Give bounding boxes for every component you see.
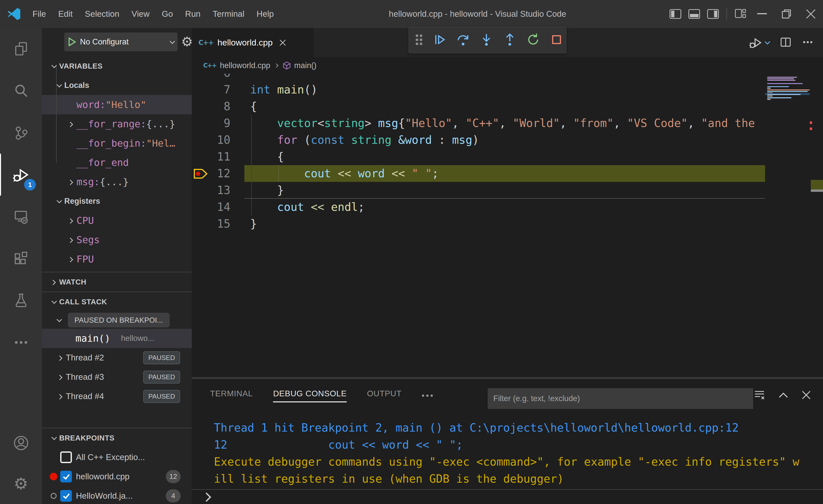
code-line-7[interactable]: 7int main() bbox=[192, 81, 765, 98]
step-into-button[interactable] bbox=[480, 33, 493, 47]
code-editor[interactable]: 67int main()8{9 vector<string> msg{"Hell… bbox=[192, 74, 765, 377]
menu-run[interactable]: Run bbox=[179, 0, 207, 28]
variable-row-Segs[interactable]: Segs bbox=[42, 230, 192, 249]
overview-ruler[interactable] bbox=[810, 74, 823, 377]
account-icon[interactable] bbox=[0, 423, 42, 463]
console-filter-input[interactable] bbox=[488, 388, 753, 409]
remote-explorer-icon[interactable] bbox=[0, 196, 42, 237]
variable-row-FPU[interactable]: FPU bbox=[42, 249, 192, 269]
code-line-10[interactable]: 10 for (const string &word : msg) bbox=[192, 132, 765, 148]
variable-row-msg[interactable]: msg: {...} bbox=[42, 172, 192, 191]
restore-button[interactable] bbox=[774, 0, 799, 28]
close-panel-icon[interactable] bbox=[802, 390, 811, 400]
callstack-row-0[interactable]: main()hellowo... bbox=[42, 329, 192, 348]
breakpoint-checkbox[interactable] bbox=[60, 490, 72, 502]
debug-settings-gear-icon[interactable]: ⚙ bbox=[181, 34, 192, 49]
variable-row-word[interactable]: word: "Hello" bbox=[42, 95, 192, 114]
variable-row-CPU[interactable]: CPU bbox=[42, 211, 192, 230]
cpp-file-icon: C++ bbox=[198, 39, 213, 46]
section-header-call-stack[interactable]: CALL STACK bbox=[42, 292, 192, 311]
code-line-15[interactable]: 15} bbox=[192, 215, 765, 232]
minimap-code-row bbox=[767, 99, 771, 100]
run-or-debug-button[interactable] bbox=[749, 36, 769, 49]
clear-console-icon[interactable] bbox=[754, 389, 765, 401]
search-icon[interactable] bbox=[0, 70, 42, 112]
callstack-session-row[interactable]: PAUSED ON BREAKPOI... bbox=[42, 311, 192, 329]
split-editor-icon[interactable] bbox=[780, 36, 792, 49]
variable-row-__for_end[interactable]: __for_end bbox=[42, 153, 192, 172]
toggle-sidebar-icon[interactable] bbox=[670, 9, 681, 19]
variable-row-__for_begin[interactable]: __for_begin: "Hel… bbox=[42, 134, 192, 153]
customize-layout-icon[interactable] bbox=[734, 8, 746, 20]
chevron-right-icon bbox=[57, 375, 62, 380]
more-views-icon[interactable] bbox=[0, 321, 42, 363]
code-line-13[interactable]: 13 } bbox=[192, 182, 765, 199]
minimap[interactable] bbox=[765, 74, 810, 377]
toggle-secondary-sidebar-icon[interactable] bbox=[707, 9, 719, 19]
code-line-14[interactable]: 14 cout << endl; bbox=[192, 199, 765, 215]
breakpoint-row-2[interactable]: HelloWorld.ja...4 bbox=[42, 486, 192, 504]
stop-button[interactable] bbox=[550, 33, 563, 47]
menu-help[interactable]: Help bbox=[251, 0, 280, 28]
minimap-code-row bbox=[767, 88, 771, 89]
code-line-12[interactable]: 12 cout << word << " "; bbox=[192, 165, 765, 182]
step-over-button[interactable] bbox=[457, 33, 470, 47]
breakpoint-checkbox[interactable] bbox=[60, 471, 72, 482]
debug-configuration-select[interactable]: No Configurat bbox=[64, 32, 178, 51]
menu-edit[interactable]: Edit bbox=[52, 0, 79, 28]
breakpoint-checkbox[interactable] bbox=[60, 452, 72, 463]
menu-selection[interactable]: Selection bbox=[79, 0, 126, 28]
panel-tab-output[interactable]: OUTPUT bbox=[367, 389, 401, 402]
section-header-variables[interactable]: VARIABLES bbox=[42, 56, 192, 76]
panel-resize-sash[interactable] bbox=[192, 377, 823, 379]
tab-close-icon[interactable] bbox=[279, 39, 286, 46]
section-header-breakpoints[interactable]: BREAKPOINTS bbox=[42, 428, 192, 448]
drag-handle-icon[interactable] bbox=[415, 33, 423, 47]
code-line-11[interactable]: 11 { bbox=[192, 148, 765, 165]
close-window-button[interactable] bbox=[799, 0, 823, 28]
section-label: CALL STACK bbox=[59, 298, 107, 306]
more-actions-icon[interactable] bbox=[803, 37, 813, 48]
breakpoint-paused-icon[interactable] bbox=[193, 166, 208, 182]
panel-tab-debug-console[interactable]: DEBUG CONSOLE bbox=[273, 389, 347, 402]
restart-button[interactable] bbox=[527, 33, 540, 47]
code-line-9[interactable]: 9 vector<string> msg{"Hello", "C++", "Wo… bbox=[192, 115, 765, 132]
scope-registers[interactable]: Registers bbox=[42, 191, 192, 211]
section-header-watch[interactable]: WATCH bbox=[42, 272, 192, 292]
maximize-panel-icon[interactable] bbox=[778, 392, 789, 399]
menu-terminal[interactable]: Terminal bbox=[206, 0, 251, 28]
breakpoint-row-1[interactable]: helloworld.cpp12 bbox=[42, 467, 192, 486]
run-and-debug-icon[interactable]: 1 bbox=[0, 154, 42, 196]
settings-gear-icon[interactable]: ⚙ bbox=[0, 463, 42, 504]
title-bar: FileEditSelectionViewGoRunTerminalHelp h… bbox=[0, 0, 823, 28]
toggle-panel-icon[interactable] bbox=[688, 9, 700, 19]
console-prompt-icon[interactable] bbox=[202, 493, 211, 502]
code-line-8[interactable]: 8{ bbox=[192, 98, 765, 115]
breadcrumb-symbol[interactable]: main() bbox=[294, 61, 317, 70]
chevron-right-icon bbox=[50, 280, 56, 285]
menu-view[interactable]: View bbox=[126, 0, 156, 28]
panel-tab-terminal[interactable]: TERMINAL bbox=[210, 389, 253, 402]
extensions-icon[interactable] bbox=[0, 237, 42, 280]
bottom-panel: TERMINALDEBUG CONSOLEOUTPUT Thread 1 hit… bbox=[192, 379, 823, 504]
breakpoint-row-0[interactable]: All C++ Exceptio... bbox=[42, 448, 192, 467]
continue-button[interactable] bbox=[433, 33, 446, 47]
source-control-icon[interactable] bbox=[0, 112, 42, 154]
panel-more-tabs-icon[interactable] bbox=[422, 394, 433, 397]
check-icon bbox=[63, 492, 69, 499]
variable-row-__for_range[interactable]: __for_range: {...} bbox=[42, 114, 192, 134]
run-dropdown-chevron-icon[interactable] bbox=[765, 39, 770, 44]
callstack-row-3[interactable]: Thread #4PAUSED bbox=[42, 387, 192, 406]
menu-go[interactable]: Go bbox=[156, 0, 179, 28]
step-out-button[interactable] bbox=[503, 33, 516, 47]
explorer-icon[interactable] bbox=[0, 28, 42, 70]
scope-locals[interactable]: Locals bbox=[42, 76, 192, 95]
testing-icon[interactable] bbox=[0, 280, 42, 321]
breadcrumb-file[interactable]: helloworld.cpp bbox=[220, 61, 270, 70]
tab-helloworld-cpp[interactable]: C++ helloworld.cpp bbox=[192, 28, 314, 57]
callstack-row-2[interactable]: Thread #3PAUSED bbox=[42, 367, 192, 387]
code-line-6[interactable]: 6 bbox=[192, 74, 765, 81]
minimize-button[interactable] bbox=[750, 0, 774, 28]
callstack-row-1[interactable]: Thread #2PAUSED bbox=[42, 348, 192, 367]
menu-file[interactable]: File bbox=[26, 0, 52, 28]
